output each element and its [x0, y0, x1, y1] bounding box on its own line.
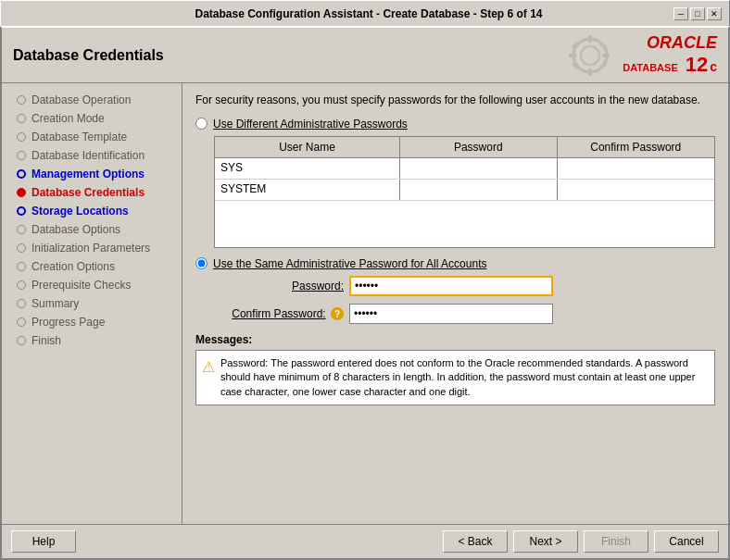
- radio-different-passwords[interactable]: [195, 118, 208, 130]
- bottom-right-buttons: < Back Next > Finish Cancel: [443, 530, 719, 553]
- svg-rect-5: [602, 54, 610, 57]
- sidebar-item-finish[interactable]: Finish: [2, 331, 182, 350]
- svg-rect-4: [569, 54, 576, 57]
- sidebar-item-summary[interactable]: Summary: [2, 294, 182, 313]
- input-sys-password[interactable]: [406, 161, 551, 174]
- radio-different-label[interactable]: Use Different Administrative Passwords: [213, 118, 408, 131]
- password-field-row: Password:: [223, 276, 715, 296]
- title-bar: Database Configuration Assistant - Creat…: [0, 0, 730, 26]
- table-row-system: SYSTEM: [215, 180, 714, 201]
- sidebar-item-creation-options[interactable]: Creation Options: [2, 257, 182, 276]
- sidebar-item-database-identification[interactable]: Database Identification: [2, 146, 182, 165]
- minimize-button[interactable]: ─: [673, 7, 688, 20]
- oracle-logo: ORACLE DATABASE 12c: [623, 33, 717, 77]
- cell-system-confirm: [558, 180, 715, 200]
- table-empty-space: [215, 201, 714, 247]
- cancel-button[interactable]: Cancel: [654, 530, 719, 553]
- sidebar-dot-database-template: [17, 132, 26, 142]
- sidebar-dot-progress-page: [17, 317, 26, 327]
- messages-text: Password: The password entered does not …: [220, 356, 709, 399]
- sidebar-item-creation-mode[interactable]: Creation Mode: [2, 109, 182, 128]
- finish-button[interactable]: Finish: [584, 530, 648, 553]
- oracle-version-suffix: c: [710, 59, 717, 74]
- main-window: Database Credentials ORACLE DATABASE 12c: [0, 26, 730, 560]
- confirm-password-input[interactable]: [349, 304, 553, 324]
- sidebar-dot-creation-options: [17, 262, 26, 271]
- credentials-table-wrapper: User Name Password Confirm Password SYS …: [214, 136, 715, 248]
- sidebar-dot-storage-locations: [17, 206, 26, 216]
- sidebar-item-management-options[interactable]: Management Options: [2, 165, 182, 183]
- sidebar-dot-database-identification: [17, 151, 26, 160]
- radio-same-passwords-row: Use the Same Administrative Password for…: [195, 257, 715, 270]
- sidebar-dot-creation-mode: [17, 114, 26, 123]
- sidebar: Database Operation Creation Mode Databas…: [2, 83, 182, 524]
- messages-box: ⚠ Password: The password entered does no…: [195, 350, 715, 405]
- content-area: Database Operation Creation Mode Databas…: [2, 83, 728, 524]
- oracle-version-row: DATABASE 12c: [623, 53, 717, 77]
- confirm-password-field-row: Confirm Password: ?: [223, 304, 715, 324]
- password-label: Password:: [223, 280, 344, 292]
- sidebar-item-database-options[interactable]: Database Options: [2, 220, 182, 239]
- cell-sys-username: SYS: [215, 158, 400, 179]
- sidebar-item-database-credentials[interactable]: Database Credentials: [2, 183, 182, 202]
- page-title: Database Credentials: [13, 47, 164, 64]
- sidebar-dot-finish: [17, 336, 26, 345]
- password-input[interactable]: [349, 276, 553, 296]
- bottom-bar: Help < Back Next > Finish Cancel: [2, 524, 728, 558]
- oracle-version-number: 12: [686, 53, 708, 77]
- sidebar-item-storage-locations[interactable]: Storage Locations: [2, 202, 182, 220]
- sidebar-dot-management-options: [17, 169, 26, 179]
- col-username: User Name: [215, 137, 400, 157]
- sidebar-dot-database-operation: [17, 95, 26, 105]
- input-sys-confirm[interactable]: [563, 161, 710, 174]
- sidebar-dot-prerequisite-checks: [17, 280, 26, 290]
- messages-section: Messages: ⚠ Password: The password enter…: [195, 333, 715, 405]
- oracle-brand: ORACLE: [647, 33, 717, 53]
- next-button[interactable]: Next >: [513, 530, 578, 553]
- radio-different-passwords-row: Use Different Administrative Passwords: [195, 118, 715, 131]
- bottom-left-buttons: Help: [11, 530, 76, 553]
- input-system-confirm[interactable]: [563, 182, 710, 195]
- main-content: For security reasons, you must specify p…: [182, 83, 728, 524]
- svg-rect-3: [588, 68, 592, 76]
- oracle-header: Database Credentials ORACLE DATABASE 12c: [2, 28, 728, 83]
- sidebar-dot-database-options: [17, 225, 26, 234]
- sidebar-item-database-template[interactable]: Database Template: [2, 128, 182, 146]
- cell-system-password: [400, 180, 558, 200]
- sidebar-item-progress-page[interactable]: Progress Page: [2, 313, 182, 331]
- gear-decoration: [567, 33, 613, 78]
- messages-label: Messages:: [195, 333, 715, 346]
- oracle-db-label: DATABASE: [623, 62, 677, 73]
- sidebar-item-prerequisite-checks[interactable]: Prerequisite Checks: [2, 276, 182, 294]
- col-confirm-password: Confirm Password: [558, 137, 715, 157]
- input-system-password[interactable]: [406, 182, 551, 195]
- radio-same-label[interactable]: Use the Same Administrative Password for…: [213, 257, 486, 270]
- warning-icon: ⚠: [202, 357, 215, 378]
- cell-sys-password: [400, 158, 558, 179]
- col-password: Password: [400, 137, 558, 157]
- svg-rect-2: [588, 35, 592, 43]
- table-header-row: User Name Password Confirm Password: [215, 137, 714, 158]
- sidebar-dot-database-credentials: [17, 188, 26, 197]
- sidebar-item-database-operation[interactable]: Database Operation: [2, 91, 182, 109]
- maximize-button[interactable]: □: [690, 7, 705, 20]
- sidebar-item-initialization-parameters[interactable]: Initialization Parameters: [2, 239, 182, 257]
- table-row-sys: SYS: [215, 158, 714, 180]
- sidebar-dot-summary: [17, 299, 26, 308]
- description-text: For security reasons, you must specify p…: [195, 93, 715, 108]
- window-title: Database Configuration Assistant - Creat…: [64, 7, 673, 20]
- radio-same-passwords[interactable]: [195, 257, 208, 269]
- window-controls: ─ □ ✕: [673, 7, 722, 20]
- help-icon[interactable]: ?: [331, 307, 344, 320]
- svg-point-1: [581, 46, 599, 65]
- sidebar-dot-initialization-parameters: [17, 243, 26, 253]
- help-button[interactable]: Help: [11, 530, 76, 553]
- cell-system-username: SYSTEM: [215, 180, 400, 200]
- close-button[interactable]: ✕: [707, 7, 722, 20]
- confirm-password-label: Confirm Password: ?: [223, 307, 344, 321]
- cell-sys-confirm: [558, 158, 715, 179]
- back-button[interactable]: < Back: [443, 530, 508, 553]
